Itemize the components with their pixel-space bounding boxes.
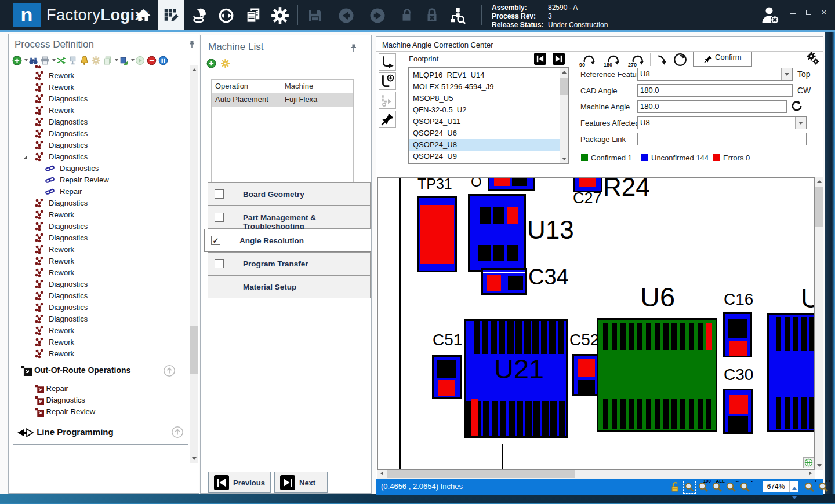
stop-icon[interactable] [147, 56, 157, 65]
zoom-level-input[interactable]: 674% [763, 481, 789, 492]
out-of-route-item-repair-review[interactable]: Repair Review [35, 407, 95, 417]
checkbox-unchecked[interactable] [215, 189, 224, 199]
rotate-footprint-button[interactable] [379, 53, 396, 71]
pcb-component-tp31[interactable] [417, 196, 457, 272]
zoom-out-icon[interactable]: - [739, 481, 752, 494]
checkbox-unchecked[interactable] [215, 213, 224, 222]
tree-scrollbar[interactable] [190, 65, 198, 463]
home-icon[interactable] [135, 7, 152, 24]
scrollbar-thumb[interactable] [190, 326, 198, 374]
process-editor-icon[interactable] [162, 7, 180, 24]
bell-icon[interactable] [79, 56, 89, 65]
out-of-route-item-repair[interactable]: Repair [35, 384, 68, 393]
zoom-out-fast-icon[interactable]: -- [725, 481, 738, 494]
scroll-up-button[interactable] [815, 177, 823, 186]
confirm-pin-button[interactable] [379, 111, 396, 128]
step-part-management-troubleshooting[interactable]: Part Management & Troubleshooting [208, 206, 371, 229]
add-icon[interactable] [12, 56, 22, 65]
pcb-canvas[interactable]: TP31OU13C34C27R24U6C16C51C52C30UU21 [377, 177, 815, 470]
pcb-component-top-partial[interactable] [488, 177, 535, 191]
process-audit-search-icon[interactable] [448, 7, 467, 24]
scroll-down-button[interactable] [560, 155, 568, 163]
step-program-transfer[interactable]: Program Transfer [208, 252, 371, 275]
add-machine-icon[interactable] [206, 59, 216, 68]
features-affected-select[interactable]: U8 [637, 116, 807, 129]
pcb-component-u6[interactable] [597, 318, 717, 432]
zoom-window-icon[interactable] [683, 481, 696, 494]
zoom-in-fast-icon[interactable]: ++ [817, 481, 830, 494]
rotate-90-button[interactable]: 90 [578, 52, 599, 67]
shuffle-icon[interactable] [56, 56, 66, 65]
chevron-down-icon[interactable] [131, 59, 135, 61]
maximize-button[interactable] [803, 8, 814, 17]
step-material-setup[interactable]: Material Setup [208, 275, 371, 298]
scrollbar-thumb[interactable] [815, 187, 823, 227]
last-footprint-button[interactable] [553, 53, 565, 65]
close-button[interactable]: ✕ [819, 8, 829, 17]
footprint-item-molex 51296-4594_j9[interactable]: MOLEX 51296-4594_J9 [409, 81, 560, 93]
footprint-item-qsop24_u11[interactable]: QSOP24_U11 [409, 116, 560, 127]
pcb-component-c34[interactable] [481, 268, 527, 295]
scrollbar-thumb[interactable] [387, 470, 575, 478]
pcb-component-u-right-partial[interactable] [767, 313, 815, 432]
cad-angle-input[interactable]: 180.0 [637, 84, 793, 97]
machine-angle-input[interactable]: 180.0 [637, 100, 787, 113]
footprint-list[interactable]: MLQP16_REV1_U14MOLEX 51296-4594_J9MSOP8_… [408, 67, 569, 164]
scroll-up-button[interactable] [560, 68, 568, 76]
pcb-component-c16[interactable] [723, 312, 752, 357]
footprint-item-qsop24_u6[interactable]: QSOP24_U6 [409, 127, 560, 139]
step-board-geometry[interactable]: Board Geometry [208, 182, 371, 206]
line-programming-header[interactable]: Line Programming [16, 427, 114, 438]
column-machine[interactable]: Machine [281, 80, 353, 93]
machine-settings-icon[interactable] [220, 59, 230, 68]
footprint-item-qfn-32-0.5_u2[interactable]: QFN-32-0.5_U2 [409, 104, 560, 116]
reference-feature-select[interactable]: U8 [637, 68, 793, 81]
feeder-setup-icon[interactable] [191, 7, 209, 24]
chevron-down-icon[interactable] [52, 59, 56, 61]
footprint-item-mlqp16_rev1_u14[interactable]: MLQP16_REV1_U14 [409, 70, 560, 81]
confirm-button[interactable]: Confirm [693, 52, 752, 67]
package-link-input[interactable] [637, 133, 807, 145]
small-rotate-icon[interactable] [656, 53, 669, 66]
previous-button[interactable]: Previous [208, 472, 271, 493]
machine-table-row[interactable]: Auto Placement Fuji Flexa [212, 93, 353, 107]
fit-view-globe-icon[interactable] [803, 457, 814, 468]
pcb-horizontal-scrollbar[interactable] [377, 470, 815, 479]
next-button[interactable]: Next [274, 472, 328, 493]
collapse-up-icon[interactable] [163, 364, 176, 377]
scroll-down-button[interactable] [190, 454, 198, 463]
sync-icon[interactable] [217, 7, 235, 24]
auto-rotate-icon[interactable] [673, 53, 687, 67]
footprint-item-qsop24_u9[interactable]: QSOP24_U9 [409, 151, 560, 162]
scroll-left-button[interactable] [377, 470, 386, 479]
rotate-180-button[interactable]: 180 [602, 52, 623, 67]
zoom-spinner[interactable] [789, 481, 798, 492]
scroll-right-button[interactable] [806, 470, 815, 479]
chevron-down-icon[interactable] [781, 68, 792, 80]
out-of-route-header[interactable]: Out-Of-Route Operations [21, 366, 130, 376]
zoom-all-icon[interactable]: ALL [711, 481, 724, 494]
column-operation[interactable]: Operation [212, 80, 281, 93]
gear-gold-faded-icon[interactable] [91, 56, 101, 65]
footprint-scrollbar[interactable] [560, 68, 568, 163]
documents-icon[interactable] [244, 7, 262, 24]
kiosk-icon[interactable] [68, 56, 78, 65]
footprint-item-msop8_u5[interactable]: MSOP8_U5 [409, 93, 560, 104]
zoom-100-icon[interactable]: 100 [697, 481, 710, 494]
rotate-all-button[interactable] [379, 72, 396, 90]
pcb-component-u13[interactable] [468, 194, 526, 272]
settings-gear-icon[interactable] [270, 6, 290, 25]
checkbox-checked[interactable]: ✓ [211, 236, 220, 245]
out-of-route-item-diagnostics[interactable]: Diagnostics [35, 396, 85, 405]
scrollbar-thumb[interactable] [560, 78, 568, 95]
refresh-angle-icon[interactable] [790, 100, 803, 112]
scroll-up-button[interactable] [190, 65, 198, 74]
pan-lock-icon[interactable] [669, 481, 682, 494]
collapse-up-icon[interactable] [171, 426, 184, 439]
delete-icon[interactable] [119, 56, 129, 65]
pcb-component-c52[interactable] [572, 354, 599, 396]
chevron-down-icon[interactable] [24, 59, 28, 61]
binoculars-icon[interactable] [28, 56, 38, 65]
pause-icon[interactable] [158, 56, 168, 65]
step-angle-resolution[interactable]: ✓Angle Resolution [204, 229, 371, 252]
